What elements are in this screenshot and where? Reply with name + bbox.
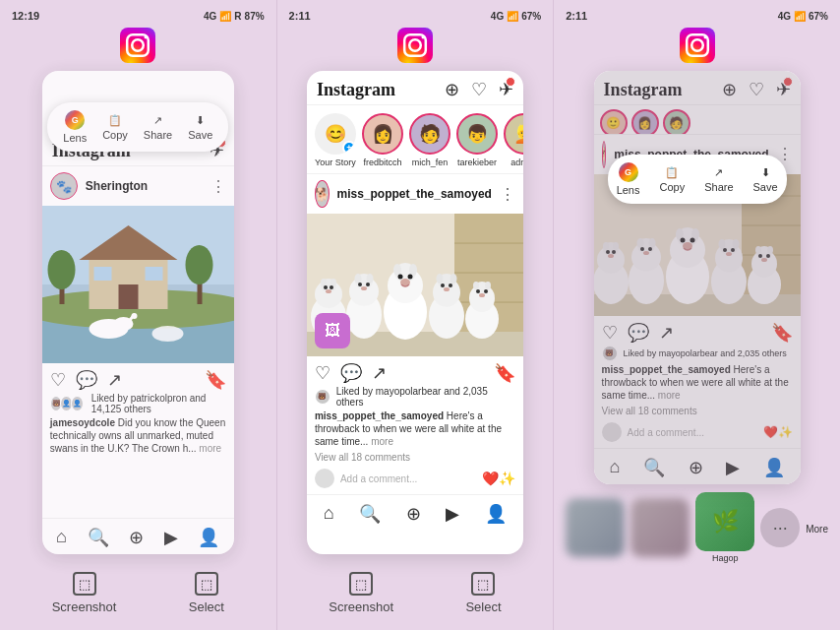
comment-icon-2[interactable]: 💬 (340, 362, 362, 384)
lens-btn-1[interactable]: G Lens (63, 110, 87, 144)
svg-point-36 (324, 285, 328, 289)
status-bar-3: 2:11 4G 📶 67% (562, 10, 832, 28)
svg-rect-11 (93, 267, 111, 281)
svg-point-58 (436, 274, 443, 284)
share-btn-1[interactable]: ↗ Share (144, 114, 172, 141)
app-header-2: Instagram ⊕ ♡ ✈ (307, 71, 523, 105)
status-icons-3: 4G 📶 67% (778, 11, 828, 22)
bookmark-icon-2[interactable]: 🔖 (494, 362, 515, 384)
comments-count-2[interactable]: View all 18 comments (307, 450, 523, 465)
time-1: 12:19 (12, 10, 39, 22)
recent-app-1[interactable] (566, 498, 625, 557)
phone-mockup-3: G Lens 📋 Copy ↗ Share ⬇ Save Instagram ⊕ (594, 71, 801, 484)
reel-nav-1[interactable]: ▶ (164, 527, 178, 548)
svg-point-51 (409, 264, 417, 276)
post-header-2: 🐕 miss_poppet_the_samoyed ⋮ (307, 174, 523, 214)
svg-point-44 (358, 283, 362, 286)
profile-nav-1[interactable]: 👤 (198, 527, 219, 548)
svg-point-37 (330, 285, 333, 289)
svg-point-59 (450, 274, 456, 284)
copy-btn-3[interactable]: 📋 Copy (659, 166, 685, 193)
lens-btn-3[interactable]: G Lens (617, 162, 640, 196)
svg-point-61 (449, 284, 452, 287)
status-icons-1: 4G 📶 R 87% (204, 11, 265, 22)
recent-app-2[interactable] (630, 498, 690, 557)
time-3: 2:11 (566, 10, 587, 22)
bottom-nav-2: ⌂ 🔍 ⊕ ▶ 👤 (307, 494, 523, 531)
bottom-bar-2: ⬚ Screenshot ⬚ Select (285, 562, 546, 618)
svg-point-74 (703, 35, 707, 39)
search-nav-1[interactable]: 🔍 (88, 527, 109, 548)
add-nav-1[interactable]: ⊕ (129, 527, 144, 548)
story-3-2[interactable]: 👦 tarekieber (456, 113, 498, 167)
like-icon-1[interactable]: ♡ (50, 369, 66, 391)
post-more-1[interactable]: ⋮ (210, 177, 226, 196)
story-1-2[interactable]: 👩 fredbitcch (362, 113, 403, 167)
post-avatar-2: 🐕 (315, 180, 330, 208)
add-nav-2[interactable]: ⊕ (406, 503, 421, 525)
svg-point-50 (393, 264, 401, 276)
post-username-1: Sherington (86, 179, 203, 193)
lens-toolbar-3: G Lens 📋 Copy ↗ Share ⬇ Save (608, 155, 787, 204)
share-icon-2[interactable]: ↗ (372, 362, 387, 384)
post-more-2[interactable]: ⋮ (500, 185, 515, 204)
story-2-2[interactable]: 🧑 mich_fen (409, 113, 450, 167)
save-overlay-2: 🖼 (315, 313, 350, 348)
add-icon-2[interactable]: ⊕ (445, 79, 459, 100)
stories-row-2: 😊 + Your Story 👩 fredbitcch 🧑 mich_fen 👦… (307, 105, 523, 174)
svg-point-46 (361, 286, 367, 290)
like-icon-2[interactable]: ♡ (315, 362, 330, 384)
save-btn-3[interactable]: ⬇ Save (753, 166, 778, 193)
svg-point-52 (397, 275, 402, 280)
svg-point-16 (185, 245, 212, 284)
dim-overlay-3 (594, 71, 801, 484)
action-bar-1: ♡ 💬 ↗ 🔖 (42, 363, 234, 393)
home-nav-1[interactable]: ⌂ (56, 527, 67, 548)
caption-1: jamesoydcole Did you know the Queen tech… (42, 416, 234, 457)
bookmark-icon-1[interactable]: 🔖 (205, 369, 226, 391)
svg-point-14 (47, 250, 75, 289)
story-your-2[interactable]: 😊 + Your Story (315, 113, 356, 167)
panel-2: 2:11 4G 📶 67% Instagram ⊕ ♡ (277, 0, 554, 630)
recent-apps-3: 🌿 Hagop ··· More (562, 484, 832, 571)
story-4-2[interactable]: 👱 adne... (504, 113, 523, 167)
svg-point-24 (421, 35, 425, 39)
svg-rect-12 (145, 267, 162, 281)
share-btn-3[interactable]: ↗ Share (704, 166, 733, 193)
comment-input-2: Add a comment... ❤️✨ (307, 465, 523, 494)
svg-point-19 (131, 313, 137, 319)
app-title-2: Instagram (317, 80, 395, 100)
post-image-1 (42, 206, 234, 363)
profile-nav-2[interactable]: 👤 (485, 503, 507, 525)
select-btn-2[interactable]: ⬚ Select (465, 572, 501, 614)
svg-rect-10 (118, 284, 138, 309)
share-icon-1[interactable]: ↗ (107, 369, 122, 391)
more-apps-btn-3[interactable]: ··· (760, 508, 800, 547)
svg-point-67 (485, 282, 491, 289)
recent-app-hagop[interactable]: 🌿 Hagop (695, 492, 754, 563)
svg-point-53 (407, 275, 412, 280)
status-bar-1: 12:19 4G 📶 R 87% (8, 10, 269, 28)
ig-logo-3 (680, 28, 715, 63)
screenshot-btn-1[interactable]: ⬚ Screenshot (52, 572, 117, 614)
search-nav-2[interactable]: 🔍 (359, 503, 381, 525)
svg-rect-0 (120, 28, 155, 63)
phone-mockup-1: G Lens 📋 Copy ↗ Share ⬇ Save (42, 71, 234, 554)
svg-point-45 (366, 283, 370, 286)
home-nav-2[interactable]: ⌂ (324, 503, 334, 525)
heart-icon-2[interactable]: ♡ (471, 79, 487, 100)
copy-btn-1[interactable]: 📋 Copy (102, 114, 128, 141)
svg-rect-71 (680, 28, 715, 63)
save-btn-1[interactable]: ⬇ Save (188, 114, 212, 141)
comment-icon-1[interactable]: 💬 (76, 369, 97, 391)
reel-nav-2[interactable]: ▶ (446, 503, 459, 525)
svg-point-69 (484, 289, 488, 293)
lens-bar-1: G Lens 📋 Copy ↗ Share ⬇ Save (47, 102, 228, 152)
dm-icon-2[interactable]: ✈ (499, 79, 513, 100)
post-header-1: 🐾 Sherington ⋮ (42, 166, 234, 206)
select-btn-1[interactable]: ⬚ Select (189, 572, 224, 614)
screenshot-btn-2[interactable]: ⬚ Screenshot (329, 572, 393, 614)
status-bar-2: 2:11 4G 📶 67% (285, 10, 546, 28)
lens-toolbar-1: G Lens 📋 Copy ↗ Share ⬇ Save (42, 102, 234, 152)
svg-point-34 (321, 279, 327, 286)
